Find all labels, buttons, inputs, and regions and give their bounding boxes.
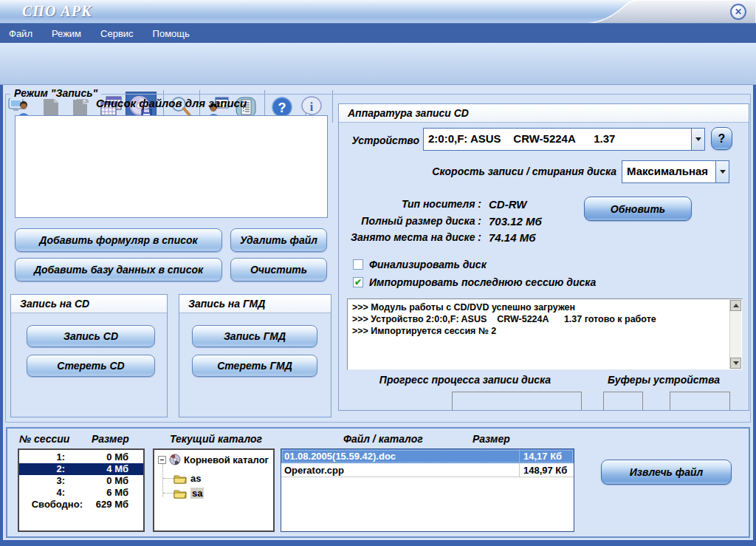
- window-title: СПО АРК: [22, 3, 92, 20]
- menubar: Файл Режим Сервис Помощь: [0, 24, 756, 43]
- import-session-checkbox[interactable]: ✔: [353, 277, 363, 287]
- used-space-value: 74.14 Мб: [489, 231, 536, 244]
- write-gmd-button[interactable]: Запись ГМД: [192, 325, 317, 347]
- tree-item-label: as: [190, 473, 201, 484]
- cd-group-label: Запись на CD: [11, 295, 167, 313]
- session-num: 2:: [19, 463, 84, 475]
- disk-size-value: 703.12 Мб: [489, 215, 542, 228]
- file-size: 14,17 Кб: [519, 449, 574, 463]
- sessions-size-header: Размер: [92, 433, 129, 445]
- session-row[interactable]: 4: 6 Мб: [19, 487, 143, 499]
- buffers-label: Буферы устройства: [595, 374, 732, 386]
- write-cd-button[interactable]: Запись CD: [27, 325, 155, 347]
- session-row[interactable]: 3: 0 Мб: [19, 475, 143, 487]
- session-free-label: Свободно:: [19, 499, 84, 511]
- progress-label: Прогресс процесса записи диска: [347, 374, 583, 386]
- device-help-button[interactable]: ?: [711, 127, 732, 150]
- app-window: СПО АРК ✕ Файл Режим Сервис Помощь: [0, 0, 756, 546]
- disk-size-label: Полный размер диска :: [325, 215, 481, 227]
- menu-file[interactable]: Файл: [9, 28, 32, 39]
- media-type-value: CD-RW: [489, 198, 526, 211]
- device-label: Устройство: [347, 134, 419, 146]
- erase-cd-button[interactable]: Стереть CD: [27, 355, 155, 377]
- window-border: [753, 85, 756, 546]
- tree-root-label: Корневой каталог: [184, 454, 269, 465]
- session-num: 1:: [19, 451, 84, 463]
- scroll-down-icon[interactable]: [730, 358, 741, 369]
- used-space-label: Занято места на диске :: [325, 231, 481, 243]
- files-size-header: Размер: [472, 433, 510, 445]
- tree-connector: [163, 493, 173, 494]
- file-name: 01.08.2005(15.59.42).doc: [281, 449, 519, 463]
- buffer-progressbar-1: [603, 392, 643, 411]
- erase-gmd-button[interactable]: Стереть ГМД: [192, 355, 317, 377]
- session-row-selected[interactable]: 2: 4 Мб: [19, 463, 143, 475]
- session-row[interactable]: 1: 0 Мб: [19, 451, 143, 463]
- chevron-down-icon[interactable]: [691, 129, 704, 150]
- window-border: [0, 540, 756, 546]
- extract-file-button[interactable]: Извлечь файл: [601, 460, 732, 485]
- file-name: Operator.cpp: [281, 463, 519, 477]
- delete-file-button[interactable]: Удалить файл: [230, 228, 327, 252]
- media-type-label: Тип носителя :: [325, 198, 481, 210]
- log-line: >>> Устройство 2:0:0,F: ASUS CRW-5224A 1…: [348, 313, 729, 325]
- speed-label: Скорость записи / стирания диска: [347, 165, 616, 177]
- directory-tree[interactable]: Корневой каталог as sa: [153, 448, 275, 532]
- speed-combobox[interactable]: Максимальная: [622, 160, 729, 183]
- menu-mode[interactable]: Режим: [52, 28, 81, 39]
- file-row-selected[interactable]: 01.08.2005(15.59.42).doc 14,17 Кб: [281, 449, 574, 463]
- session-size: 6 Мб: [84, 487, 143, 499]
- session-size: 0 Мб: [84, 451, 143, 463]
- sessions-num-header: № сессии: [19, 433, 69, 445]
- session-size: 0 Мб: [84, 475, 143, 487]
- tree-header: Текущий каталог: [170, 433, 262, 445]
- session-free-row: Свободно: 629 Мб: [19, 499, 143, 511]
- import-session-label: Импортировать последнюю сессию диска: [369, 276, 596, 288]
- file-list[interactable]: 01.08.2005(15.59.42).doc 14,17 Кб Operat…: [281, 448, 574, 532]
- log-line: >>> Импортируется сессия № 2: [348, 325, 729, 337]
- tree-item[interactable]: as: [173, 473, 201, 484]
- session-list[interactable]: 1: 0 Мб 2: 4 Мб 3: 0 Мб 4: 6 Мб Свободно…: [18, 448, 145, 532]
- session-num: 3:: [19, 475, 84, 487]
- session-size: 4 Мб: [84, 463, 143, 475]
- file-size: 148,97 Кб: [519, 463, 574, 477]
- collapse-icon[interactable]: [158, 456, 166, 464]
- session-free-size: 629 Мб: [84, 499, 143, 511]
- hardware-group-label: Аппаратура записи CD: [339, 104, 749, 123]
- file-row[interactable]: Operator.cpp 148,97 Кб: [281, 463, 574, 477]
- finalize-checkbox[interactable]: [353, 259, 363, 270]
- session-num: 4:: [19, 487, 84, 499]
- device-combobox[interactable]: 2:0:0,F: ASUS CRW-5224A 1.37: [423, 128, 705, 151]
- add-db-button[interactable]: Добавить базу данных в список: [15, 258, 222, 281]
- files-name-header: Файл / каталог: [343, 433, 423, 445]
- tree-item-selected[interactable]: sa: [173, 488, 204, 499]
- burn-list-title: Список файлов для записи: [15, 97, 328, 109]
- device-value: 2:0:0,F: ASUS CRW-5224A 1.37: [424, 129, 691, 150]
- finalize-label: Финализировать диск: [369, 259, 487, 270]
- log-scrollbar[interactable]: [729, 300, 741, 369]
- menu-service[interactable]: Сервис: [100, 28, 134, 39]
- status-log[interactable]: >>> Модуль работы с CD/DVD успешно загру…: [347, 298, 743, 370]
- folder-icon: [173, 474, 187, 484]
- burn-progressbar: [452, 392, 582, 411]
- gmd-group-label: Запись на ГМД: [179, 295, 331, 313]
- folder-icon: [173, 488, 187, 499]
- refresh-button[interactable]: Обновить: [584, 197, 692, 221]
- toolbar: ? i: [0, 43, 756, 85]
- log-line: >>> Модуль работы с CD/DVD успешно загру…: [348, 301, 729, 313]
- burn-file-listbox[interactable]: [15, 115, 328, 218]
- close-button[interactable]: ✕: [730, 4, 746, 20]
- clear-button[interactable]: Очистить: [230, 258, 327, 281]
- menu-help[interactable]: Помощь: [153, 28, 190, 39]
- cd-disc-icon: [169, 454, 181, 465]
- speed-value: Максимальная: [622, 161, 715, 182]
- scroll-up-icon[interactable]: [730, 300, 741, 311]
- buffer-progressbar-2: [670, 392, 730, 411]
- tree-item-label: sa: [190, 488, 204, 499]
- bottom-panel: № сессии Размер Текущий каталог Файл / к…: [6, 427, 750, 538]
- chevron-down-icon[interactable]: [715, 161, 729, 182]
- tree-root-item[interactable]: Корневой каталог: [158, 454, 269, 465]
- add-form-button[interactable]: Добавить формуляр в список: [15, 228, 222, 252]
- tree-connector: [163, 478, 173, 479]
- titlebar: СПО АРК ✕: [0, 0, 756, 24]
